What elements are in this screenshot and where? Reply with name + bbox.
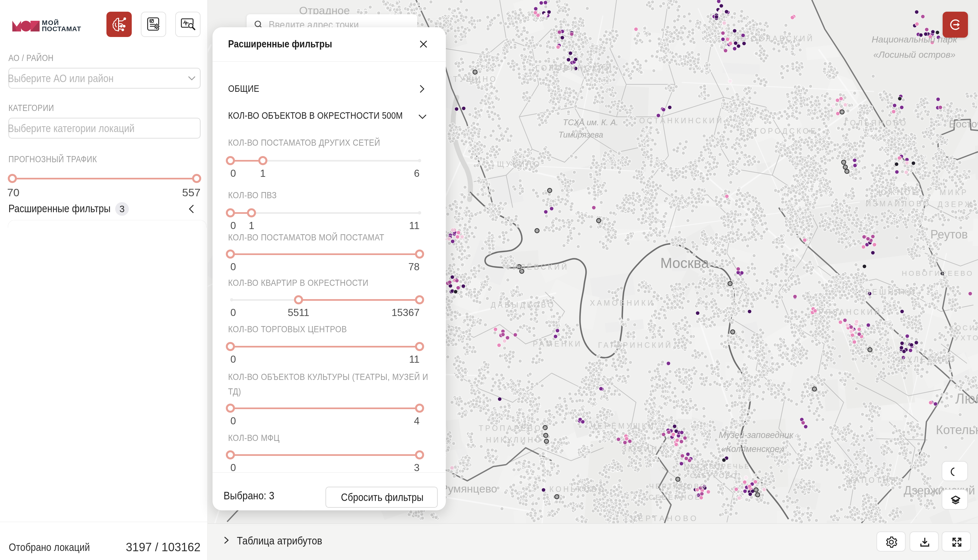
svg-text:САБУРОВО: САБУРОВО xyxy=(690,472,738,479)
svg-text:ДЗЕРЖ: ДЗЕРЖ xyxy=(938,200,973,208)
svg-text:ГОЛОВИНСКИЙ: ГОЛОВИНСКИЙ xyxy=(535,63,613,72)
svg-text:КОНЬКОВО: КОНЬКОВО xyxy=(549,485,606,493)
svg-text:ЧЕРТАНОВО: ЧЕРТАНОВО xyxy=(630,514,699,523)
svg-text:ОСТАНКИНСКИЙ: ОСТАНКИНСКИЙ xyxy=(639,116,724,125)
svg-text:Тимирязева: Тимирязева xyxy=(558,130,603,139)
svg-text:Восточный: Восточный xyxy=(949,118,978,130)
svg-text:ЮЖНОЕ: ЮЖНОЕ xyxy=(879,188,919,197)
svg-text:Люберцы: Люберцы xyxy=(955,391,978,407)
svg-text:ГАГАРИНСКИЙ: ГАГАРИНСКИЙ xyxy=(598,341,673,350)
svg-text:ЗЮЗИНО: ЗЮЗИНО xyxy=(622,445,666,453)
svg-text:Реутов: Реутов xyxy=(930,228,968,241)
svg-text:ФИЛЁВСКИЙ: ФИЛЁВСКИЙ xyxy=(505,262,569,271)
svg-text:ХАМОВНИКИ: ХАМОВНИКИ xyxy=(590,299,655,307)
svg-text:Румянцево: Румянцево xyxy=(441,482,497,495)
svg-text:КОСИНО-: КОСИНО- xyxy=(950,324,978,332)
svg-text:МИКР: МИКР xyxy=(940,188,968,197)
svg-text:ЖУЛЕБИНО: ЖУЛЕБИНО xyxy=(898,355,956,364)
svg-text:ПОСТАМАТ: ПОСТАМАТ xyxy=(42,25,81,32)
svg-text:РЯЗАНСКИЙ: РЯЗАНСКИЙ xyxy=(819,308,881,316)
svg-text:КАПОТНЯ: КАПОТНЯ xyxy=(848,476,898,484)
svg-text:ЧЕРТАНОВО: ЧЕРТАНОВО xyxy=(649,482,707,490)
svg-text:НОВОГИРЕЕВО: НОВОГИРЕЕВО xyxy=(902,269,974,277)
svg-text:НИКУЛИНО: НИКУЛИНО xyxy=(486,436,543,444)
svg-text:СЕВЕРНОЕ: СЕВЕРНОЕ xyxy=(649,493,701,501)
svg-text:БОГОРОДСКОЕ: БОГОРОДСКОЕ xyxy=(740,127,818,135)
svg-text:ГОЛЬЯНОВО: ГОЛЬЯНОВО xyxy=(844,119,908,127)
svg-text:МОСКВОРЕЧЬЕ: МОСКВОРЕЧЬЕ xyxy=(684,462,751,470)
svg-text:ТРОПАРЁВО-: ТРОПАРЁВО- xyxy=(479,424,546,432)
svg-text:Музей-заповедник: Музей-заповедник xyxy=(719,430,794,440)
svg-text:УХТОМ: УХТОМ xyxy=(954,334,978,342)
svg-text:ЩУКИНО: ЩУКИНО xyxy=(497,160,541,168)
svg-text:ЯРОСЛАВСКИЙ: ЯРОСЛАВСКИЙ xyxy=(736,34,814,43)
svg-text:Москва: Москва xyxy=(660,255,709,271)
svg-text:РАМЕНКИ: РАМЕНКИ xyxy=(533,340,582,348)
svg-text:ИЗМАЙЛОВО: ИЗМАЙЛОВО xyxy=(866,199,931,208)
svg-text:«Коломенское»: «Коломенское» xyxy=(721,444,784,454)
svg-text:ДАВЫДКОВО: ДАВЫДКОВО xyxy=(491,301,555,309)
svg-text:ТСХА им. К. А.: ТСХА им. К. А. xyxy=(563,118,618,127)
svg-text:ТУШИНО: ТУШИНО xyxy=(453,75,498,83)
svg-text:ВЕШНЯКИ: ВЕШНЯКИ xyxy=(865,288,916,296)
svg-text:«Лосиный остров»: «Лосиный остров» xyxy=(873,50,955,60)
svg-text:Котельники: Котельники xyxy=(936,423,978,437)
svg-text:ЧЕРЁМУШКИ: ЧЕРЁМУШКИ xyxy=(591,422,655,430)
